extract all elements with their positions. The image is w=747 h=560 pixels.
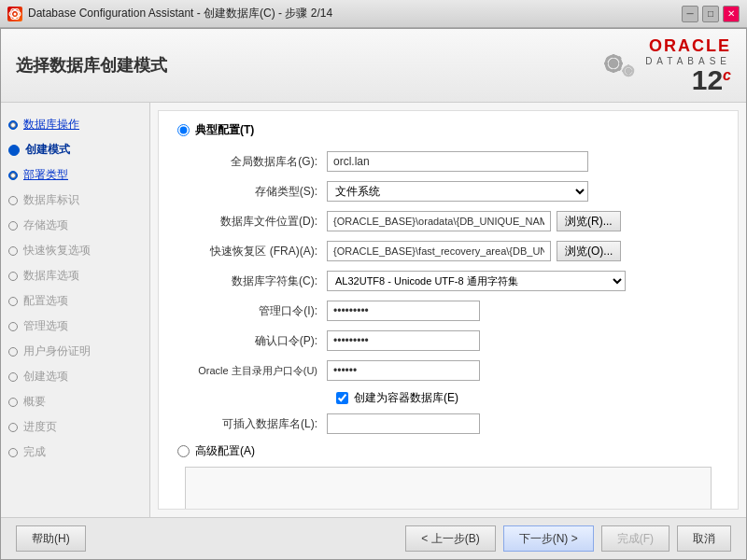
- main-window: 选择数据库创建模式: [0, 28, 747, 560]
- sidebar-dot-create-options: [8, 372, 18, 382]
- svg-point-3: [14, 12, 17, 15]
- sidebar-dot-progress: [8, 423, 18, 432]
- sidebar-item-summary: 概要: [1, 389, 149, 414]
- confirm-pwd-input[interactable]: [327, 330, 480, 351]
- typical-config-radio-group: 典型配置(T): [177, 122, 719, 138]
- window-title: Database Configuration Assistant - 创建数据库…: [28, 6, 332, 21]
- content-area: 数据库操作 创建模式 部署类型 数据库标识 存储选项 快速恢复选项: [1, 103, 746, 517]
- header: 选择数据库创建模式: [1, 29, 746, 103]
- advanced-config-radio-group: 高级配置(A): [177, 443, 719, 459]
- typical-config-label: 典型配置(T): [195, 122, 254, 138]
- charset-label: 数据库字符集(C):: [177, 273, 327, 289]
- sidebar-item-db-operation[interactable]: 数据库操作: [1, 112, 149, 137]
- window-controls: ─ □ ✕: [682, 6, 740, 22]
- container-db-label: 创建为容器数据库(E): [354, 390, 458, 406]
- sidebar-item-db-options: 数据库选项: [1, 263, 149, 288]
- sidebar-dot-user-cred: [8, 347, 18, 357]
- browse-db-location-button[interactable]: 浏览(R)...: [557, 211, 621, 231]
- pluggable-db-label: 可插入数据库名(L):: [177, 416, 327, 432]
- sidebar-dot-config: [8, 297, 18, 306]
- sidebar-item-storage: 存储选项: [1, 213, 149, 238]
- sidebar-item-progress: 进度页: [1, 414, 149, 440]
- admin-pwd-label: 管理口令(I):: [177, 303, 327, 319]
- global-db-name-row: 全局数据库名(G):: [177, 151, 719, 172]
- sidebar-item-mgmt: 管理选项: [1, 314, 149, 339]
- sidebar-item-deploy-type[interactable]: 部署类型: [1, 162, 149, 188]
- sidebar-dot-finish: [8, 448, 18, 457]
- svg-point-14: [626, 68, 631, 74]
- oracle-home-pwd-row: Oracle 主目录用户口令(U): [177, 360, 719, 381]
- sidebar-item-finish: 完成: [1, 440, 149, 465]
- sidebar-dot-db-options: [8, 272, 18, 281]
- oracle-version: 12: [692, 66, 723, 94]
- svg-rect-16: [627, 64, 629, 67]
- sidebar-dot-fast-recovery: [8, 246, 18, 256]
- footer: 帮助(H) < 上一步(B) 下一步(N) > 完成(F) 取消: [1, 517, 746, 559]
- oracle-logo-text: ORACLE DATABASE 12 c: [645, 36, 731, 94]
- container-db-checkbox-row: 创建为容器数据库(E): [336, 390, 719, 406]
- oracle-gears-icon: [595, 45, 641, 86]
- svg-rect-17: [627, 74, 629, 77]
- sidebar-item-db-id: 数据库标识: [1, 188, 149, 213]
- db-file-location-label: 数据库文件位置(D):: [177, 214, 327, 230]
- fast-recovery-input[interactable]: [327, 241, 551, 261]
- form-area: 典型配置(T) 全局数据库名(G): 存储类型(S): 文件系统: [158, 110, 739, 510]
- charset-row: 数据库字符集(C): AL32UTF8 - Unicode UTF-8 通用字符…: [177, 271, 719, 291]
- sidebar-dot-mgmt: [8, 322, 18, 331]
- sidebar-dot-summary: [8, 398, 18, 407]
- close-button[interactable]: ✕: [723, 6, 740, 22]
- advanced-config-area: [185, 467, 712, 510]
- oracle-home-pwd-input[interactable]: [327, 360, 480, 381]
- sidebar-item-create-options: 创建选项: [1, 364, 149, 389]
- back-button[interactable]: < 上一步(B): [405, 525, 495, 552]
- confirm-pwd-label: 确认口令(P):: [177, 333, 327, 349]
- sidebar-item-create-mode[interactable]: 创建模式: [1, 137, 149, 162]
- sidebar-dot-deploy-type: [8, 171, 18, 180]
- global-db-name-label: 全局数据库名(G):: [177, 154, 327, 170]
- maximize-button[interactable]: □: [702, 6, 719, 22]
- minimize-button[interactable]: ─: [682, 6, 698, 22]
- charset-select[interactable]: AL32UTF8 - Unicode UTF-8 通用字符集: [327, 271, 626, 291]
- svg-rect-9: [619, 63, 623, 65]
- sidebar-dot-db-id: [8, 196, 18, 205]
- sidebar-dot-storage: [8, 221, 18, 231]
- browse-fast-recovery-button[interactable]: 浏览(O)...: [557, 241, 621, 261]
- storage-type-select[interactable]: 文件系统: [327, 181, 588, 202]
- oracle-logo: ORACLE DATABASE 12 c: [595, 36, 731, 94]
- svg-point-4: [609, 59, 618, 68]
- help-button[interactable]: 帮助(H): [16, 525, 86, 552]
- pluggable-db-row: 可插入数据库名(L):: [177, 413, 719, 434]
- advanced-config-radio[interactable]: [177, 445, 190, 457]
- sidebar-dot-db-operation: [8, 120, 18, 130]
- oracle-brand: ORACLE: [649, 36, 731, 56]
- fast-recovery-row: 快速恢复区 (FRA)(A): 浏览(O)...: [177, 241, 719, 261]
- db-file-location-row: 数据库文件位置(D): 浏览(R)...: [177, 211, 719, 231]
- svg-rect-6: [613, 54, 615, 58]
- sidebar-item-fast-recovery: 快速恢复选项: [1, 238, 149, 263]
- oracle-home-pwd-label: Oracle 主目录用户口令(U): [177, 364, 327, 378]
- fast-recovery-label: 快速恢复区 (FRA)(A):: [177, 244, 327, 259]
- confirm-pwd-row: 确认口令(P):: [177, 330, 719, 351]
- app-icon: [7, 7, 22, 21]
- typical-config-radio[interactable]: [177, 124, 190, 136]
- db-file-location-input[interactable]: [327, 211, 551, 231]
- svg-rect-8: [604, 63, 608, 65]
- next-button[interactable]: 下一步(N) >: [503, 525, 594, 552]
- svg-rect-7: [613, 69, 615, 73]
- finish-button[interactable]: 完成(F): [601, 525, 669, 552]
- page-title: 选择数据库创建模式: [16, 54, 167, 77]
- global-db-name-input[interactable]: [327, 151, 588, 172]
- cancel-button[interactable]: 取消: [677, 525, 731, 552]
- admin-pwd-input[interactable]: [327, 301, 480, 321]
- sidebar-dot-create-mode: [8, 145, 20, 156]
- advanced-config-label: 高级配置(A): [195, 443, 255, 459]
- sidebar-item-user-cred: 用户身份证明: [1, 339, 149, 364]
- storage-type-row: 存储类型(S): 文件系统: [177, 181, 719, 202]
- sidebar: 数据库操作 创建模式 部署类型 数据库标识 存储选项 快速恢复选项: [1, 103, 150, 517]
- pluggable-db-input[interactable]: [327, 413, 480, 434]
- admin-pwd-row: 管理口令(I):: [177, 301, 719, 321]
- title-bar: Database Configuration Assistant - 创建数据库…: [0, 0, 747, 28]
- svg-rect-19: [631, 70, 634, 72]
- container-db-checkbox[interactable]: [336, 392, 348, 404]
- svg-rect-18: [622, 70, 625, 72]
